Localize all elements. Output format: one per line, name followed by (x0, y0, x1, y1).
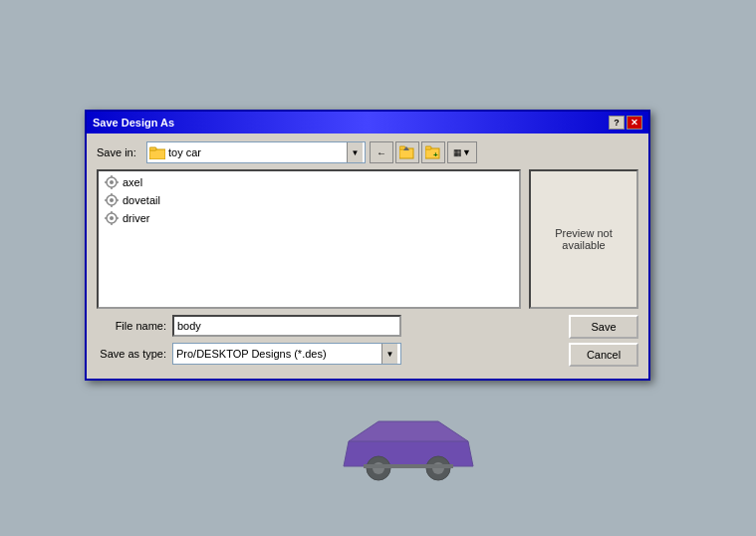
main-area: axel dovetail (97, 169, 638, 309)
bottom-section: File name: Save as type: Pro/DESKTOP Des… (97, 315, 638, 371)
action-buttons: Save Cancel (569, 315, 638, 367)
file-name-label: File name: (97, 320, 166, 332)
cancel-button[interactable]: Cancel (569, 343, 638, 367)
design-file-icon (105, 175, 119, 189)
svg-point-16 (110, 180, 114, 184)
design-file-icon (105, 193, 119, 207)
save-as-type-row: Save as type: Pro/DESKTOP Designs (*.des… (97, 343, 563, 365)
new-folder-button[interactable]: + (421, 141, 445, 163)
save-in-arrow[interactable]: ▼ (347, 142, 363, 162)
folder-icon (149, 146, 165, 159)
list-item[interactable]: dovetail (101, 191, 517, 209)
save-in-dropdown[interactable]: toy car ▼ (146, 141, 366, 163)
back-button[interactable]: ← (370, 141, 393, 163)
save-in-label: Save in: (97, 146, 142, 158)
svg-point-28 (110, 216, 114, 220)
svg-text:+: + (433, 150, 438, 159)
back-icon: ← (377, 147, 386, 158)
svg-rect-13 (425, 146, 431, 149)
view-icon: ▦▼ (453, 147, 471, 157)
folder-up-button[interactable] (395, 141, 419, 163)
title-bar-buttons: ? ✕ (609, 116, 642, 130)
file-name-dovetail: dovetail (123, 194, 160, 206)
list-item[interactable]: driver (101, 209, 517, 227)
save-dialog: Save Design As ? ✕ Save in: toy car ▼ (85, 110, 650, 381)
file-name-driver: driver (123, 212, 150, 224)
svg-marker-1 (344, 441, 473, 466)
save-button[interactable]: Save (569, 315, 638, 339)
save-as-type-label: Save as type: (97, 348, 166, 360)
save-as-type-dropdown[interactable]: Pro/DESKTOP Designs (*.des) ▼ (172, 343, 401, 365)
save-as-type-value: Pro/DESKTOP Designs (*.des) (176, 348, 381, 360)
save-as-type-arrow[interactable]: ▼ (381, 344, 397, 364)
svg-rect-8 (149, 147, 156, 150)
dialog-body: Save in: toy car ▼ ← (87, 134, 648, 379)
new-folder-icon: + (425, 145, 441, 159)
file-name-row: File name: (97, 315, 563, 337)
save-in-value: toy car (168, 146, 347, 158)
preview-panel: Preview not available (529, 169, 638, 309)
file-name-axel: axel (123, 176, 142, 188)
folder-up-icon (399, 145, 415, 159)
design-file-icon (105, 211, 119, 225)
file-name-input[interactable] (172, 315, 401, 337)
close-button[interactable]: ✕ (627, 116, 642, 130)
help-button[interactable]: ? (609, 116, 625, 130)
save-in-row: Save in: toy car ▼ ← (97, 141, 638, 163)
fields-section: File name: Save as type: Pro/DESKTOP Des… (97, 315, 563, 371)
svg-rect-6 (364, 464, 453, 468)
view-button[interactable]: ▦▼ (447, 141, 477, 163)
preview-text: Preview not available (535, 227, 632, 251)
list-item[interactable]: axel (101, 173, 517, 191)
svg-point-22 (110, 198, 114, 202)
dialog-title: Save Design As (93, 117, 174, 129)
file-list: axel dovetail (97, 169, 521, 309)
toolbar-buttons: ← + ▦▼ (370, 141, 477, 163)
title-bar: Save Design As ? ✕ (87, 112, 648, 134)
